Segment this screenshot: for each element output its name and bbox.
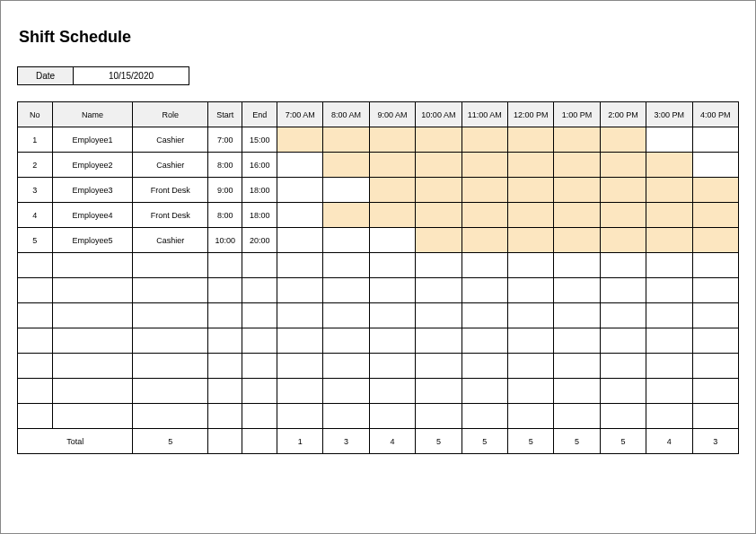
empty-cell xyxy=(692,328,738,354)
empty-cell xyxy=(133,303,208,328)
empty-cell xyxy=(52,303,133,328)
header-hour: 10:00 AM xyxy=(416,102,462,127)
cell-start: 8:00 xyxy=(207,153,242,178)
shift-cell xyxy=(462,127,507,153)
empty-cell xyxy=(507,354,553,379)
empty-cell xyxy=(277,303,323,328)
shift-cell xyxy=(277,127,323,153)
cell-start: 8:00 xyxy=(207,203,242,228)
shift-cell xyxy=(646,153,692,178)
empty-cell xyxy=(646,278,692,303)
shift-cell xyxy=(416,203,462,228)
shift-cell xyxy=(507,127,553,153)
empty-cell xyxy=(207,354,242,379)
empty-cell xyxy=(600,278,646,303)
empty-cell xyxy=(646,379,692,404)
empty-cell xyxy=(242,379,277,404)
shift-cell xyxy=(416,127,462,153)
empty-cell xyxy=(52,404,133,429)
empty-cell xyxy=(554,278,600,303)
empty-cell xyxy=(242,253,277,278)
cell-role: Front Desk xyxy=(133,178,208,203)
cell-role: Cashier xyxy=(133,153,208,178)
header-row: No Name Role Start End 7:00 AM 8:00 AM 9… xyxy=(18,102,739,127)
shift-cell xyxy=(600,127,646,153)
empty-cell xyxy=(133,404,208,429)
cell-no: 5 xyxy=(18,228,53,253)
total-blank xyxy=(242,429,277,454)
table-row-empty xyxy=(18,328,739,354)
empty-cell xyxy=(600,354,646,379)
cell-end: 16:00 xyxy=(242,153,277,178)
table-row-empty xyxy=(18,253,739,278)
shift-cell xyxy=(646,178,692,203)
empty-cell xyxy=(369,379,415,404)
header-hour: 7:00 AM xyxy=(277,102,323,127)
empty-cell xyxy=(207,379,242,404)
total-count: 5 xyxy=(507,429,553,454)
shift-cell xyxy=(369,203,415,228)
shift-cell xyxy=(416,153,462,178)
shift-cell xyxy=(600,228,646,253)
shift-cell xyxy=(600,153,646,178)
shift-cell xyxy=(462,153,507,178)
empty-cell xyxy=(462,354,507,379)
empty-cell xyxy=(507,278,553,303)
cell-end: 15:00 xyxy=(242,127,277,153)
empty-cell xyxy=(18,404,53,429)
empty-cell xyxy=(52,278,133,303)
cell-name: Employee4 xyxy=(52,203,133,228)
cell-name: Employee2 xyxy=(52,153,133,178)
shift-cell xyxy=(277,228,323,253)
cell-start: 9:00 xyxy=(207,178,242,203)
empty-cell xyxy=(207,303,242,328)
total-count: 5 xyxy=(600,429,646,454)
table-row-empty xyxy=(18,379,739,404)
empty-cell xyxy=(416,328,462,354)
shift-cell xyxy=(507,203,553,228)
empty-cell xyxy=(416,354,462,379)
cell-end: 20:00 xyxy=(242,228,277,253)
header-hour: 3:00 PM xyxy=(646,102,692,127)
empty-cell xyxy=(277,354,323,379)
empty-cell xyxy=(507,404,553,429)
empty-cell xyxy=(554,303,600,328)
shift-cell xyxy=(277,178,323,203)
shift-cell xyxy=(554,127,600,153)
empty-cell xyxy=(692,354,738,379)
empty-cell xyxy=(323,404,369,429)
page-title: Shift Schedule xyxy=(19,28,739,47)
empty-cell xyxy=(416,303,462,328)
empty-cell xyxy=(600,303,646,328)
empty-cell xyxy=(369,328,415,354)
header-no: No xyxy=(18,102,53,127)
empty-cell xyxy=(52,253,133,278)
empty-cell xyxy=(462,328,507,354)
empty-cell xyxy=(462,278,507,303)
empty-cell xyxy=(554,379,600,404)
total-count: 4 xyxy=(646,429,692,454)
empty-cell xyxy=(507,328,553,354)
shift-cell xyxy=(692,178,738,203)
table-row: 4Employee4Front Desk8:0018:00 xyxy=(18,203,739,228)
total-count: 3 xyxy=(323,429,369,454)
empty-cell xyxy=(277,328,323,354)
shift-cell xyxy=(323,127,369,153)
date-label: Date xyxy=(17,66,73,85)
total-count: 5 xyxy=(416,429,462,454)
shift-cell xyxy=(416,228,462,253)
shift-cell xyxy=(692,228,738,253)
empty-cell xyxy=(323,303,369,328)
empty-cell xyxy=(207,278,242,303)
empty-cell xyxy=(692,278,738,303)
empty-cell xyxy=(277,253,323,278)
empty-cell xyxy=(207,328,242,354)
shift-cell xyxy=(692,127,738,153)
empty-cell xyxy=(646,404,692,429)
empty-cell xyxy=(369,354,415,379)
empty-cell xyxy=(462,379,507,404)
cell-no: 2 xyxy=(18,153,53,178)
empty-cell xyxy=(600,379,646,404)
empty-cell xyxy=(600,253,646,278)
cell-end: 18:00 xyxy=(242,203,277,228)
